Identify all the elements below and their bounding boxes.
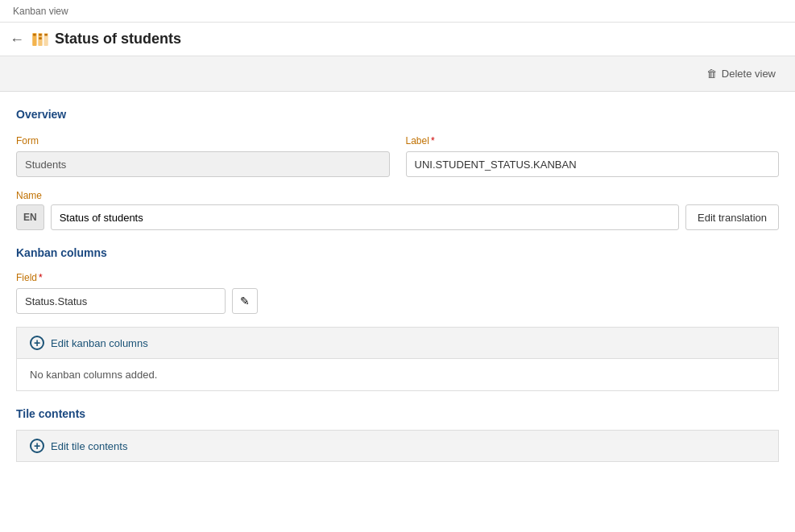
trash-icon: 🗑 — [706, 68, 717, 80]
name-input-row: EN Edit translation — [16, 204, 779, 230]
kanban-columns-heading: Kanban columns — [16, 246, 779, 259]
field-label: Field* — [16, 272, 226, 283]
tile-contents-heading: Tile contents — [16, 407, 779, 420]
delete-view-button[interactable]: 🗑 Delete view — [700, 64, 782, 83]
name-label: Name — [16, 190, 779, 201]
pencil-icon: ✎ — [240, 295, 250, 307]
main-content: Overview Form Label* Name EN Edit transl… — [0, 92, 795, 478]
edit-tile-contents-bar[interactable]: + Edit tile contents — [16, 430, 779, 462]
name-section: Name EN Edit translation — [16, 190, 779, 230]
overview-heading: Overview — [16, 108, 779, 121]
no-columns-message: No kanban columns added. — [16, 359, 779, 391]
svg-rect-5 — [39, 37, 42, 39]
svg-rect-4 — [39, 33, 42, 35]
edit-tile-contents-label: Edit tile contents — [51, 440, 127, 452]
field-group: Field* — [16, 272, 226, 314]
field-row: Field* ✎ — [16, 272, 779, 314]
breadcrumb-text: Kanban view — [13, 6, 68, 17]
kanban-columns-section: Kanban columns Field* ✎ + Edit kanban co… — [16, 246, 779, 391]
svg-rect-3 — [33, 33, 36, 35]
svg-rect-6 — [44, 33, 48, 35]
form-label-row: Form Label* — [16, 135, 779, 177]
form-label: Form — [16, 135, 390, 146]
delete-view-label: Delete view — [722, 68, 776, 80]
edit-kanban-columns-bar[interactable]: + Edit kanban columns — [16, 327, 779, 359]
name-input[interactable] — [51, 204, 679, 230]
page-header: ← Status of students — [0, 23, 795, 56]
back-button[interactable]: ← — [10, 32, 24, 47]
plus-circle-icon: + — [30, 336, 44, 350]
plus-circle-tile-icon: + — [30, 439, 44, 453]
form-input[interactable] — [16, 151, 390, 177]
kanban-icon — [32, 31, 48, 47]
tile-contents-section: Tile contents + Edit tile contents — [16, 407, 779, 462]
overview-section: Overview Form Label* Name EN Edit transl… — [16, 108, 779, 230]
page-title: Status of students — [55, 31, 181, 47]
field-input[interactable] — [16, 288, 226, 314]
label-input[interactable] — [406, 151, 780, 177]
form-group: Form — [16, 135, 390, 177]
edit-field-button[interactable]: ✎ — [232, 288, 258, 314]
label-label: Label* — [406, 135, 780, 146]
toolbar: 🗑 Delete view — [0, 56, 795, 92]
lang-badge: EN — [16, 204, 44, 230]
edit-translation-button[interactable]: Edit translation — [685, 204, 779, 230]
edit-kanban-columns-label: Edit kanban columns — [51, 337, 148, 349]
label-group: Label* — [406, 135, 780, 177]
breadcrumb: Kanban view — [0, 0, 795, 23]
